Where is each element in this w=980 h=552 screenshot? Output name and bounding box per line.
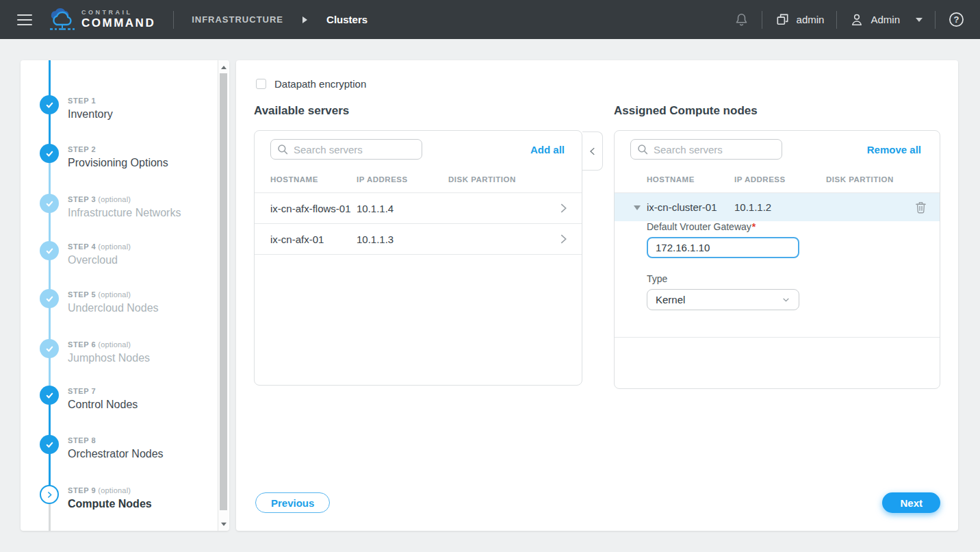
layers-icon [775, 12, 790, 27]
scroll-down-arrow[interactable] [218, 518, 229, 529]
available-search-input[interactable] [294, 144, 430, 155]
available-table-header: HOSTNAME IP ADDRESS DISK PARTITION [255, 168, 582, 193]
step-item-jumphost-nodes[interactable]: STEP 6(optional) Jumphost Nodes [40, 338, 150, 364]
breadcrumb-arrow-icon [302, 16, 307, 23]
ip-address-cell: 10.1.1.4 [357, 203, 394, 214]
step-item-control-nodes[interactable]: STEP 7 Control Nodes [40, 384, 138, 411]
help-icon[interactable]: ? [948, 11, 965, 28]
assigned-search-input[interactable] [654, 144, 790, 155]
step-title: Provisioning Options [68, 157, 168, 169]
step-done-check-icon [40, 241, 59, 260]
chevron-left-icon [586, 145, 599, 158]
notifications-bell-icon[interactable] [734, 12, 749, 28]
available-servers-heading: Available servers [254, 104, 349, 118]
step-done-check-icon [40, 289, 59, 308]
caret-down-icon[interactable] [634, 205, 641, 210]
trash-icon[interactable] [913, 199, 929, 218]
search-icon [636, 143, 649, 155]
add-all-link[interactable]: Add all [530, 144, 565, 155]
vrouter-settings-form: Default Vrouter Gateway* Type Kernel [647, 221, 907, 310]
available-search-box [270, 139, 422, 160]
column-header-ip-address: IP ADDRESS [357, 175, 408, 184]
step-done-check-icon [40, 95, 59, 114]
step-done-check-icon [40, 144, 59, 163]
user-icon [849, 12, 864, 27]
step-title: Infrastructure Networks [68, 207, 181, 219]
menu-icon[interactable] [17, 14, 32, 25]
breadcrumb-page: Clusters [326, 14, 368, 25]
sidebar-scrollbar[interactable] [218, 60, 229, 531]
chevron-down-icon [782, 295, 790, 304]
gateway-field-label: Default Vrouter Gateway* [647, 221, 907, 232]
default-vrouter-gateway-input[interactable] [647, 237, 799, 258]
step-item-infrastructure-networks[interactable]: STEP 3(optional) Infrastructure Networks [40, 192, 181, 219]
type-field-label: Type [647, 273, 907, 284]
cloud-logo-icon [49, 7, 76, 33]
assigned-compute-nodes-panel: Remove all HOSTNAME IP ADDRESS DISK PART… [614, 130, 940, 389]
scrollbar-thumb[interactable] [220, 73, 227, 510]
step-title: Orchestrator Nodes [68, 448, 164, 460]
step-item-undercloud-nodes[interactable]: STEP 5(optional) Undercloud Nodes [40, 288, 159, 314]
user-menu[interactable]: Admin [849, 12, 923, 27]
column-header-ip-address: IP ADDRESS [734, 175, 786, 184]
chevron-right-icon[interactable] [556, 231, 571, 249]
step-title: Compute Nodes [68, 498, 152, 510]
step-done-check-icon [40, 339, 59, 358]
logo-text-contrail: CONTRAIL [81, 9, 155, 16]
divider [935, 11, 936, 29]
table-row-available-server[interactable]: ix-cn-afx-01 10.1.1.3 [255, 224, 582, 255]
type-select-value: Kernel [656, 294, 782, 305]
step-title: Control Nodes [68, 399, 138, 411]
hostname-cell: ix-cn-cluster-01 [647, 201, 717, 213]
breadcrumb: INFRASTRUCTURE Clusters [192, 14, 368, 25]
table-row-available-server[interactable]: ix-cn-afx-flows-01 10.1.1.4 [255, 193, 582, 224]
chevron-right-icon[interactable] [556, 201, 571, 218]
column-header-hostname: HOSTNAME [270, 175, 318, 184]
datapath-encryption-label: Datapath encryption [274, 78, 366, 90]
divider [836, 11, 837, 29]
step-done-check-icon [40, 435, 59, 454]
scroll-up-arrow[interactable] [218, 62, 229, 73]
svg-text:?: ? [954, 14, 959, 25]
next-button[interactable]: Next [882, 492, 940, 513]
column-header-hostname: HOSTNAME [647, 175, 695, 184]
table-row-assigned-node-expanded[interactable]: ix-cn-cluster-01 10.1.1.2 [615, 193, 940, 221]
divider [762, 11, 762, 29]
ip-address-cell: 10.1.1.2 [734, 201, 771, 213]
step-item-inventory[interactable]: STEP 1 Inventory [40, 94, 113, 121]
compute-nodes-step-panel: Datapath encryption Available servers As… [236, 60, 958, 531]
assigned-compute-nodes-heading: Assigned Compute nodes [614, 104, 758, 118]
ip-address-cell: 10.1.1.3 [357, 234, 394, 245]
search-icon [276, 143, 289, 155]
step-title: Undercloud Nodes [68, 302, 159, 314]
step-done-check-icon [40, 194, 59, 213]
datapath-encryption-checkbox[interactable] [256, 79, 266, 89]
divider [615, 337, 940, 338]
breadcrumb-section[interactable]: INFRASTRUCTURE [192, 14, 283, 25]
logo-text-command: COMMAND [81, 16, 155, 30]
step-title: Overcloud [68, 254, 131, 266]
assigned-search-box [630, 139, 782, 160]
remove-all-link[interactable]: Remove all [867, 144, 921, 155]
step-title: Inventory [68, 108, 113, 121]
available-servers-panel: Add all HOSTNAME IP ADDRESS DISK PARTITI… [254, 130, 582, 386]
step-item-overcloud[interactable]: STEP 4(optional) Overcloud [40, 240, 131, 266]
collapse-panel-button[interactable] [582, 131, 603, 171]
type-select[interactable]: Kernel [647, 289, 799, 310]
chevron-down-icon [916, 18, 923, 22]
step-item-compute-nodes[interactable]: STEP 9(optional) Compute Nodes [40, 484, 152, 510]
step-done-check-icon [40, 386, 59, 405]
previous-button[interactable]: Previous [255, 492, 330, 513]
tenant-name: admin [797, 14, 825, 25]
contrail-command-logo: CONTRAIL COMMAND [49, 7, 155, 33]
divider [173, 11, 174, 29]
hostname-cell: ix-cn-afx-01 [270, 234, 324, 245]
tenant-selector[interactable]: admin [775, 12, 825, 27]
step-title: Jumphost Nodes [68, 352, 150, 364]
step-item-orchestrator-nodes[interactable]: STEP 8 Orchestrator Nodes [40, 434, 164, 460]
step-item-provisioning-options[interactable]: STEP 2 Provisioning Options [40, 142, 168, 169]
step-current-chevron-icon [40, 485, 59, 504]
required-marker: * [752, 221, 756, 232]
column-header-disk-partition: DISK PARTITION [448, 175, 516, 184]
column-header-disk-partition: DISK PARTITION [826, 175, 894, 184]
